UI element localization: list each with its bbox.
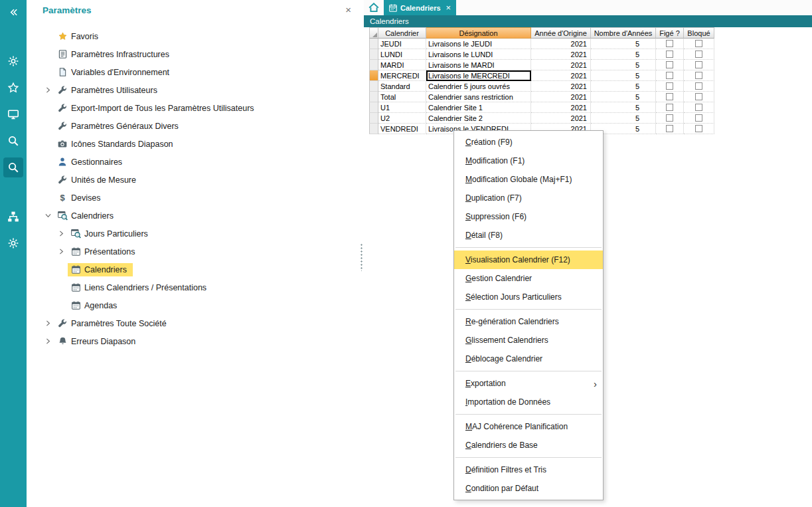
cell-nombre-annees[interactable]: 5 bbox=[591, 49, 656, 60]
cell-annee-origine[interactable]: 2021 bbox=[531, 102, 591, 113]
cell-calendrier[interactable]: MERCREDI bbox=[378, 70, 426, 81]
menu-item-importation-de-donnees[interactable]: Importation de Données bbox=[454, 393, 603, 411]
cell-fige[interactable] bbox=[656, 70, 684, 81]
cell-bloque[interactable] bbox=[684, 113, 714, 124]
sidebar-item-parametres-generaux-divers[interactable]: Paramètres Généraux Divers bbox=[27, 117, 359, 135]
cell-calendrier[interactable]: JEUDI bbox=[378, 39, 426, 49]
cell-nombre-annees[interactable]: 5 bbox=[591, 102, 656, 113]
menu-item-glissement-calendriers[interactable]: Glissement Calendriers bbox=[454, 331, 603, 350]
sidebar-item-parametres-infrastructures[interactable]: Paramètres Infrastructures bbox=[27, 45, 359, 63]
menu-item-creation[interactable]: Création (F9) bbox=[454, 133, 603, 152]
cell-annee-origine[interactable]: 2021 bbox=[531, 81, 591, 92]
bloque-checkbox[interactable] bbox=[695, 51, 702, 58]
cell-nombre-annees[interactable]: 5 bbox=[591, 92, 656, 102]
row-selector[interactable] bbox=[369, 60, 378, 70]
column-header-fige[interactable]: Figé ? bbox=[656, 27, 684, 39]
cell-annee-origine[interactable]: 2021 bbox=[531, 39, 591, 49]
cell-annee-origine[interactable]: 2021 bbox=[531, 70, 591, 81]
menu-item-definition-filtres-et-tris[interactable]: Définition Filtres et Tris bbox=[454, 460, 603, 479]
cell-nombre-annees[interactable]: 5 bbox=[591, 81, 656, 92]
menu-item-modification-globale[interactable]: Modification Globale (Maj+F1) bbox=[454, 170, 603, 189]
chevron-right-icon[interactable] bbox=[41, 320, 54, 326]
fige-checkbox[interactable] bbox=[666, 125, 673, 132]
apps-gear-icon[interactable] bbox=[3, 51, 23, 71]
menu-item-maj-coherence-planification[interactable]: MAJ Cohérence Planification bbox=[454, 417, 603, 436]
cell-fige[interactable] bbox=[656, 102, 684, 113]
bloque-checkbox[interactable] bbox=[695, 82, 702, 90]
cell-bloque[interactable] bbox=[684, 70, 714, 81]
sidebar-item-parametres-toute-societe[interactable]: Paramètres Toute Société bbox=[27, 314, 359, 332]
cell-nombre-annees[interactable]: 5 bbox=[591, 39, 656, 49]
table-row[interactable]: U2 Calendrier Site 2 2021 5 bbox=[369, 113, 714, 124]
cell-designation[interactable]: Calendrier Site 2 bbox=[426, 113, 531, 124]
cell-fige[interactable] bbox=[656, 81, 684, 92]
column-header-designation[interactable]: Désignation bbox=[426, 27, 531, 39]
cell-annee-origine[interactable]: 2021 bbox=[531, 92, 591, 102]
row-selector-active[interactable] bbox=[369, 70, 378, 81]
cell-designation[interactable]: Calendrier Site 1 bbox=[426, 102, 531, 113]
row-selector[interactable] bbox=[369, 102, 378, 113]
cell-calendrier[interactable]: Standard bbox=[378, 81, 426, 92]
bloque-checkbox[interactable] bbox=[695, 114, 702, 122]
sidebar-item-unites-de-mesure[interactable]: Unités de Mesure bbox=[27, 171, 359, 189]
menu-item-exportation[interactable]: Exportation› bbox=[454, 374, 603, 393]
cell-calendrier[interactable]: VENDREDI bbox=[378, 124, 426, 134]
cell-designation[interactable]: Calendrier 5 jours ouvrés bbox=[426, 81, 531, 92]
sidebar-item-devises[interactable]: Devises bbox=[27, 189, 359, 207]
menu-item-duplication[interactable]: Duplication (F7) bbox=[454, 189, 603, 207]
splitter-grip-icon[interactable] bbox=[361, 243, 363, 271]
bloque-checkbox[interactable] bbox=[695, 104, 702, 111]
sidebar-item-liens-calendriers-presentations[interactable]: Liens Calendriers / Présentations bbox=[27, 278, 359, 296]
column-header-nombre-annees[interactable]: Nombre d'Années bbox=[591, 27, 656, 39]
sidebar-item-presentations[interactable]: Présentations bbox=[27, 243, 359, 260]
menu-item-condition-par-defaut[interactable]: Condition par Défaut bbox=[454, 479, 603, 498]
cell-bloque[interactable] bbox=[684, 49, 714, 60]
table-row-selected[interactable]: MERCREDI Livraisons le MERCREDI 2021 5 bbox=[369, 70, 714, 81]
row-selector[interactable] bbox=[369, 81, 378, 92]
menu-item-calendriers-de-base[interactable]: Calendriers de Base bbox=[454, 436, 603, 455]
bloque-checkbox[interactable] bbox=[695, 61, 702, 68]
sidebar-item-gestionnaires[interactable]: Gestionnaires bbox=[27, 153, 359, 171]
fige-checkbox[interactable] bbox=[666, 72, 673, 79]
bloque-checkbox[interactable] bbox=[695, 125, 702, 132]
column-header-annee-origine[interactable]: Année d'Origine bbox=[531, 27, 591, 39]
cell-designation[interactable]: Livraisons le MARDI bbox=[426, 60, 531, 70]
tab-calendriers[interactable]: Calendriers × bbox=[384, 0, 456, 15]
sidebar-item-favoris[interactable]: Favoris bbox=[27, 27, 359, 45]
table-row[interactable]: Total Calendrier sans restriction 2021 5 bbox=[369, 92, 714, 102]
cell-annee-origine[interactable]: 2021 bbox=[531, 113, 591, 124]
chevron-right-icon[interactable] bbox=[41, 87, 54, 93]
sidebar-item-calendriers[interactable]: Calendriers bbox=[27, 207, 359, 225]
bloque-checkbox[interactable] bbox=[695, 40, 702, 47]
cell-bloque[interactable] bbox=[684, 92, 714, 102]
sidebar-item-variables-environnement[interactable]: Variables d'Environnement bbox=[27, 63, 359, 81]
settings-gear-icon[interactable] bbox=[3, 233, 23, 253]
menu-item-selection-jours-particuliers[interactable]: Sélection Jours Particuliers bbox=[454, 288, 603, 306]
sidebar-item-agendas[interactable]: Agendas bbox=[27, 296, 359, 314]
cell-fige[interactable] bbox=[656, 60, 684, 70]
table-row[interactable]: JEUDI Livraisons le JEUDI 2021 5 bbox=[369, 39, 714, 49]
cell-designation[interactable]: Livraisons le JEUDI bbox=[426, 39, 531, 49]
sidebar-item-icones-standards-diapason[interactable]: Icônes Standards Diapason bbox=[27, 135, 359, 153]
cell-fige[interactable] bbox=[656, 39, 684, 49]
fige-checkbox[interactable] bbox=[666, 40, 673, 47]
menu-item-visualisation-calendrier[interactable]: Visualisation Calendrier (F12) bbox=[454, 251, 603, 269]
cell-fige[interactable] bbox=[656, 113, 684, 124]
column-header-calendrier[interactable]: Calendrier bbox=[378, 27, 426, 39]
table-row[interactable]: Standard Calendrier 5 jours ouvrés 2021 … bbox=[369, 81, 714, 92]
row-selector[interactable] bbox=[369, 39, 378, 49]
select-all-corner[interactable] bbox=[369, 27, 378, 39]
cell-bloque[interactable] bbox=[684, 81, 714, 92]
chevron-down-icon[interactable] bbox=[41, 213, 54, 218]
menu-item-gestion-calendrier[interactable]: Gestion Calendrier bbox=[454, 269, 603, 288]
cell-calendrier[interactable]: Total bbox=[378, 92, 426, 102]
menu-item-modification[interactable]: Modification (F1) bbox=[454, 152, 603, 170]
cell-nombre-annees[interactable]: 5 bbox=[591, 113, 656, 124]
home-tab-icon[interactable] bbox=[364, 0, 384, 15]
menu-item-deblocage-calendrier[interactable]: Déblocage Calendrier bbox=[454, 350, 603, 368]
table-row[interactable]: U1 Calendrier Site 1 2021 5 bbox=[369, 102, 714, 113]
cell-nombre-annees[interactable]: 5 bbox=[591, 60, 656, 70]
fige-checkbox[interactable] bbox=[666, 114, 673, 122]
cell-fige[interactable] bbox=[656, 49, 684, 60]
cell-annee-origine[interactable]: 2021 bbox=[531, 49, 591, 60]
